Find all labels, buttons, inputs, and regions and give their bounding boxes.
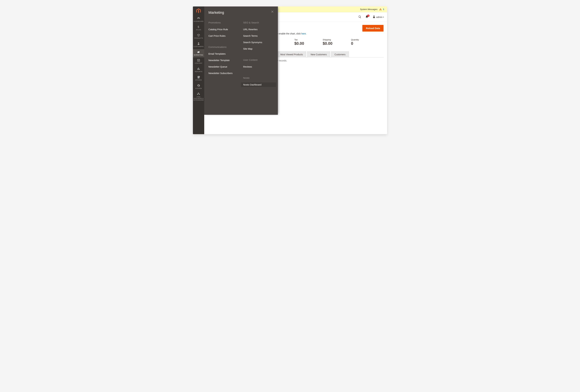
flyout-item-url-rewrites[interactable]: URL Rewrites bbox=[243, 27, 278, 32]
stat-quantity: Quantity 0 bbox=[351, 38, 379, 46]
magento-logo[interactable] bbox=[196, 8, 201, 14]
dashboard-tabs: ers Most Viewed Products New Customers C… bbox=[266, 51, 384, 57]
chart-disabled-notice: disabled. To enable the chart, click her… bbox=[266, 32, 384, 35]
flyout-item-nosto-dashboard[interactable]: Nosto Dashboard bbox=[241, 83, 276, 87]
sidebar-item-reports[interactable]: REPORTS bbox=[193, 66, 204, 74]
stat-label: Tax bbox=[294, 38, 323, 41]
sidebar-item-label: SALES bbox=[193, 29, 204, 31]
flyout-item-newsletter-subscribers[interactable]: Newsletter Subscribers bbox=[208, 71, 243, 76]
tab-customers[interactable]: Customers bbox=[331, 51, 349, 57]
notification-badge: 4 bbox=[367, 14, 369, 17]
sidebar-item-label: STORES bbox=[193, 79, 204, 81]
sidebar-item-customers[interactable]: CUSTOMERS bbox=[193, 41, 204, 49]
stat-value: $0.00 bbox=[323, 41, 351, 46]
admin-sidebar: DASHBOARD $ SALES PRODUCTS CUSTOMERS MAR… bbox=[193, 6, 204, 134]
stat-label: Quantity bbox=[351, 38, 379, 41]
gauge-icon bbox=[193, 17, 204, 20]
user-menu[interactable]: admin ▾ bbox=[372, 15, 384, 19]
flyout-item-email-templates[interactable]: Email Templates bbox=[208, 52, 243, 56]
flyout-column-left: Promotions Catalog Price Rule Cart Price… bbox=[208, 21, 243, 95]
flyout-item-search-synonyms[interactable]: Search Synonyms bbox=[243, 40, 278, 45]
sidebar-item-label: CUSTOMERS bbox=[193, 46, 204, 48]
dollar-icon: $ bbox=[193, 25, 204, 28]
system-messages-label: System Messages: bbox=[360, 8, 378, 10]
tab-most-viewed[interactable]: Most Viewed Products bbox=[277, 51, 306, 57]
flyout-group-communications: Communications bbox=[208, 46, 243, 48]
flyout-item-newsletter-queue[interactable]: Newsletter Queue bbox=[208, 65, 243, 69]
sidebar-item-stores[interactable]: STORES bbox=[193, 74, 204, 83]
close-icon[interactable] bbox=[271, 10, 274, 13]
flyout-item-reviews[interactable]: Reviews bbox=[243, 65, 278, 69]
stat-shipping: Shipping $0.00 bbox=[323, 38, 351, 46]
app-window: DASHBOARD $ SALES PRODUCTS CUSTOMERS MAR… bbox=[193, 6, 387, 134]
gear-icon bbox=[193, 84, 204, 87]
flyout-item-catalog-price-rule[interactable]: Catalog Price Rule bbox=[208, 27, 243, 32]
flyout-item-search-terms[interactable]: Search Terms bbox=[243, 34, 278, 38]
sidebar-item-dashboard[interactable]: DASHBOARD bbox=[193, 15, 204, 24]
flyout-group-promotions: Promotions bbox=[208, 21, 243, 24]
reload-data-button[interactable]: Reload Data bbox=[362, 25, 384, 31]
system-messages-count: 1 bbox=[383, 8, 384, 10]
flyout-group-user-content: User Content bbox=[243, 59, 278, 61]
sidebar-item-system[interactable]: SYSTEM bbox=[193, 83, 204, 91]
person-icon bbox=[193, 42, 204, 45]
sidebar-item-partners[interactable]: FIND PARTNERS & EXTENSIONS bbox=[193, 91, 204, 103]
sidebar-item-label: CONTENT bbox=[193, 63, 204, 64]
search-icon[interactable] bbox=[358, 15, 361, 19]
flyout-item-cart-price-rules[interactable]: Cart Price Rules bbox=[208, 34, 243, 38]
svg-text:$: $ bbox=[198, 25, 199, 28]
sidebar-item-content[interactable]: CONTENT bbox=[193, 57, 204, 66]
megaphone-icon bbox=[193, 50, 204, 54]
empty-records-text: dn't find any records. bbox=[266, 59, 384, 62]
notifications-button[interactable]: 4 bbox=[365, 15, 368, 19]
storefront-icon bbox=[193, 76, 204, 79]
sidebar-item-label: SYSTEM bbox=[193, 88, 204, 89]
boxes-icon bbox=[193, 92, 204, 96]
flyout-column-right: SEO & Search URL Rewrites Search Terms S… bbox=[243, 21, 278, 95]
stat-value: 0 bbox=[351, 41, 379, 46]
chevron-down-icon: ▾ bbox=[383, 16, 384, 18]
box-icon bbox=[193, 34, 204, 37]
flyout-title: Marketing bbox=[208, 10, 278, 15]
sidebar-item-sales[interactable]: $ SALES bbox=[193, 24, 204, 32]
sidebar-item-label: REPORTS bbox=[193, 71, 204, 73]
stat-label: Shipping bbox=[323, 38, 351, 41]
sidebar-item-marketing[interactable]: MARKETING bbox=[193, 49, 204, 58]
layout-icon bbox=[193, 59, 204, 62]
flyout-group-seo: SEO & Search bbox=[243, 21, 278, 24]
stats-row: e 0 Tax $0.00 Shipping $0.00 Quantity 0 bbox=[266, 38, 384, 46]
user-name: admin bbox=[376, 16, 382, 18]
user-icon bbox=[372, 15, 376, 19]
stat-tax: Tax $0.00 bbox=[294, 38, 323, 46]
stat-value: $0.00 bbox=[294, 41, 323, 46]
sidebar-item-label: FIND PARTNERS & EXTENSIONS bbox=[193, 96, 204, 101]
flyout-group-nosto: Nosto bbox=[243, 77, 278, 79]
flyout-item-site-map[interactable]: Site Map bbox=[243, 47, 278, 51]
marketing-flyout: Marketing Promotions Catalog Price Rule … bbox=[204, 6, 278, 115]
sidebar-item-label: PRODUCTS bbox=[193, 37, 204, 39]
sidebar-item-label: MARKETING bbox=[193, 54, 204, 56]
tab-new-customers[interactable]: New Customers bbox=[307, 51, 330, 57]
flyout-item-newsletter-template[interactable]: Newsletter Template bbox=[208, 58, 243, 63]
warning-icon bbox=[379, 8, 382, 11]
bar-chart-icon bbox=[193, 67, 204, 70]
sidebar-item-products[interactable]: PRODUCTS bbox=[193, 32, 204, 41]
enable-chart-link[interactable]: here bbox=[301, 32, 306, 35]
sidebar-item-label: DASHBOARD bbox=[193, 21, 204, 22]
